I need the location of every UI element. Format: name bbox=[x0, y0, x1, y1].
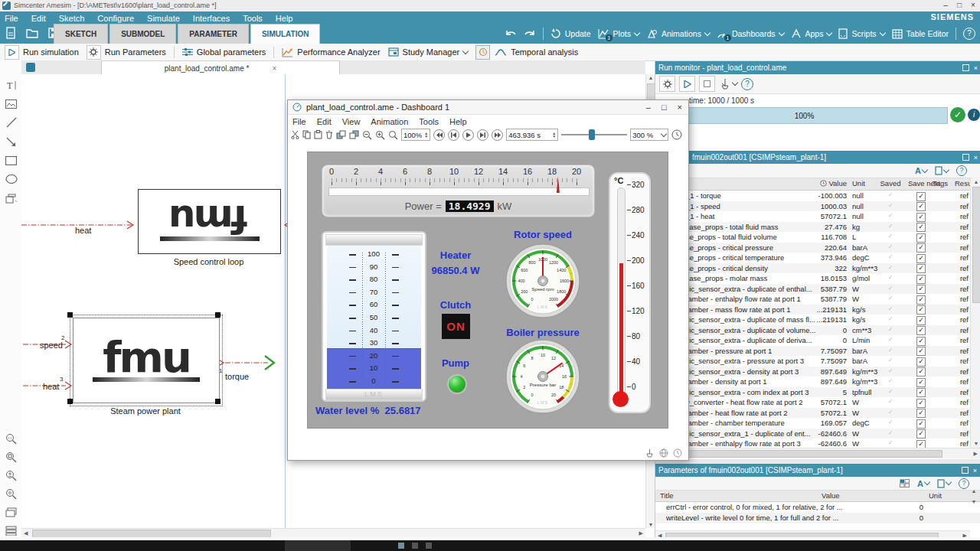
dashboards-button[interactable]: 1 Dashboards bbox=[717, 28, 784, 39]
variable-row[interactable]: heat_flow_converter - heat flow rate at … bbox=[655, 397, 970, 408]
animation-speed-slider[interactable] bbox=[561, 129, 627, 140]
save-next-checkbox[interactable]: ✓ bbox=[916, 275, 926, 284]
save-next-checkbox[interactable]: ✓ bbox=[916, 357, 926, 367]
save-next-checkbox[interactable]: ✓ bbox=[916, 337, 926, 346]
menu-item-help[interactable]: Help bbox=[276, 14, 293, 23]
rectangle-tool-icon[interactable] bbox=[5, 154, 18, 167]
delete-icon[interactable] bbox=[325, 130, 333, 139]
step-back-button[interactable] bbox=[448, 129, 459, 141]
save-next-checkbox[interactable]: ✓ bbox=[916, 264, 926, 273]
tab-sketch[interactable]: SKETCH bbox=[54, 24, 108, 44]
parameter-row[interactable]: errCtrl - error control, 0 for mixed, 1 … bbox=[655, 502, 980, 513]
undo-button[interactable] bbox=[505, 29, 517, 39]
variables-horizontal-scrollbar[interactable]: ▶ bbox=[655, 448, 980, 458]
menu-item-file[interactable]: File bbox=[292, 117, 306, 126]
parameter-value[interactable]: 0 bbox=[847, 514, 923, 522]
column-saved[interactable]: Saved bbox=[879, 179, 902, 187]
float-panel-icon[interactable] bbox=[962, 154, 969, 161]
dashboard-close-button[interactable]: × bbox=[678, 103, 682, 112]
new-file-button[interactable] bbox=[3, 25, 18, 41]
save-next-checkbox[interactable]: ✓ bbox=[916, 295, 926, 305]
close-button[interactable]: × bbox=[968, 1, 978, 10]
run-play-icon[interactable] bbox=[679, 76, 695, 92]
variable-row[interactable]: tpf_generic_sensor_extra - density at po… bbox=[655, 367, 970, 377]
tab-simulation[interactable]: SIMULATION bbox=[250, 24, 320, 44]
parameters-vertical-scrollbar[interactable]: ▲▼ bbox=[969, 488, 978, 504]
variable-row[interactable]: tpf_generic_sensor_extra - pressure at p… bbox=[655, 356, 970, 367]
variable-row[interactable]: tpf_st_chamber - pressure at port 17.750… bbox=[655, 346, 970, 357]
save-next-checkbox[interactable]: ✓ bbox=[916, 254, 926, 263]
component-tool-icon[interactable] bbox=[5, 192, 18, 205]
ellipse-tool-icon[interactable] bbox=[5, 172, 18, 185]
zoom-out-icon[interactable] bbox=[362, 130, 372, 140]
variable-row[interactable]: two_phase_props - critical density322kg/… bbox=[655, 263, 970, 274]
column-results[interactable]: Resu bbox=[955, 179, 972, 187]
close-panel-icon[interactable]: × bbox=[974, 154, 978, 161]
save-next-checkbox[interactable]: ✓ bbox=[916, 213, 926, 222]
run-parameters-button[interactable]: Run Parameters bbox=[87, 45, 166, 60]
export-icon[interactable] bbox=[935, 166, 949, 175]
tab-parameter[interactable]: PARAMETER bbox=[178, 24, 249, 44]
layers-list-icon[interactable] bbox=[5, 524, 18, 537]
zoom-fit-icon[interactable] bbox=[5, 451, 18, 464]
selection-handle[interactable] bbox=[67, 399, 73, 404]
menu-item-tools[interactable]: Tools bbox=[419, 117, 439, 126]
save-next-checkbox[interactable]: ✓ bbox=[916, 409, 926, 418]
save-next-checkbox[interactable]: ✓ bbox=[916, 223, 926, 232]
variable-row[interactable]: tpf_generic_sensor_extra - duplicate of … bbox=[655, 284, 970, 295]
column-value[interactable]: Value bbox=[822, 491, 840, 500]
scrollbar-thumb[interactable] bbox=[972, 187, 980, 303]
run-simulation-button[interactable]: Run simulation bbox=[5, 45, 79, 60]
speed-select[interactable]: 300 % bbox=[630, 129, 668, 141]
column-unit[interactable]: Unit bbox=[929, 491, 942, 500]
save-next-checkbox[interactable]: ✓ bbox=[916, 419, 926, 429]
menu-item-tools[interactable]: Tools bbox=[243, 14, 263, 23]
column-tags[interactable]: Tags bbox=[933, 179, 954, 187]
variable-row[interactable]: two_phase_props - critical pressure220.6… bbox=[655, 243, 970, 253]
save-next-checkbox[interactable]: ✓ bbox=[916, 399, 926, 408]
zoom-100-icon[interactable]: 1:1 bbox=[5, 432, 18, 445]
line-tool-icon[interactable] bbox=[5, 116, 18, 129]
variable-row[interactable]: tpf_st_chamber - mass flow rate at port … bbox=[655, 305, 970, 315]
selection-handle[interactable] bbox=[215, 399, 220, 404]
variable-row[interactable]: tpf_generic_sensor_extra - com index at … bbox=[655, 387, 970, 398]
send-backward-icon[interactable] bbox=[349, 130, 359, 139]
realtime-clock-icon[interactable] bbox=[671, 129, 682, 140]
minimize-button[interactable]: – bbox=[940, 1, 951, 10]
redo-button[interactable] bbox=[524, 29, 536, 39]
tab-submodel[interactable]: SUBMODEL bbox=[109, 24, 176, 44]
tab-close-icon[interactable]: × bbox=[272, 64, 276, 73]
apps-button[interactable]: Apps bbox=[791, 28, 832, 39]
zoom-spinner[interactable]: 100%▲▼ bbox=[401, 129, 430, 141]
variable-row[interactable]: tpf_generic_sensor_extra_1 - duplicate o… bbox=[655, 429, 970, 439]
menu-item-sketch[interactable]: Sketch bbox=[59, 14, 85, 23]
text-tool-icon[interactable]: T bbox=[5, 79, 18, 92]
fast-forward-button[interactable] bbox=[492, 129, 503, 141]
save-next-checkbox[interactable]: ✓ bbox=[916, 347, 926, 356]
maximize-button[interactable]: □ bbox=[954, 1, 965, 10]
save-next-checkbox[interactable]: ✓ bbox=[916, 429, 926, 439]
table-editor-button[interactable]: Table Editor bbox=[892, 29, 949, 39]
menu-item-interfaces[interactable]: Interfaces bbox=[193, 14, 230, 23]
column-value[interactable]: Value bbox=[763, 179, 847, 187]
paste-icon[interactable] bbox=[314, 130, 322, 139]
variable-row[interactable]: two_phase_props - total fluid volume116.… bbox=[655, 232, 970, 243]
variable-row[interactable]: tpf_st_chamber - heat flow rate at port … bbox=[655, 408, 970, 419]
taskbar-icon[interactable] bbox=[398, 543, 404, 549]
save-next-checkbox[interactable]: ✓ bbox=[916, 378, 926, 387]
save-next-checkbox[interactable]: ✓ bbox=[916, 316, 926, 325]
taskbar-icon[interactable] bbox=[426, 543, 432, 549]
zoom-in-icon[interactable] bbox=[375, 130, 385, 140]
help-icon[interactable]: ? bbox=[959, 478, 969, 489]
dashboard-minimize-button[interactable]: – bbox=[646, 103, 651, 112]
help-icon[interactable]: ? bbox=[963, 28, 975, 40]
variable-row[interactable]: @two_phase_props - total fluid mass27.47… bbox=[655, 222, 970, 233]
time-spinner[interactable]: 463.936 s▲▼ bbox=[506, 129, 558, 141]
block-speed-control-loop[interactable]: fmu bbox=[138, 189, 281, 254]
run-settings-gear-icon[interactable] bbox=[659, 76, 675, 92]
rewind-button[interactable] bbox=[433, 129, 445, 141]
save-next-checkbox[interactable]: ✓ bbox=[916, 285, 926, 294]
taskbar-app-button[interactable] bbox=[285, 540, 351, 551]
image-tool-icon[interactable] bbox=[5, 97, 18, 110]
cut-icon[interactable] bbox=[291, 130, 299, 139]
